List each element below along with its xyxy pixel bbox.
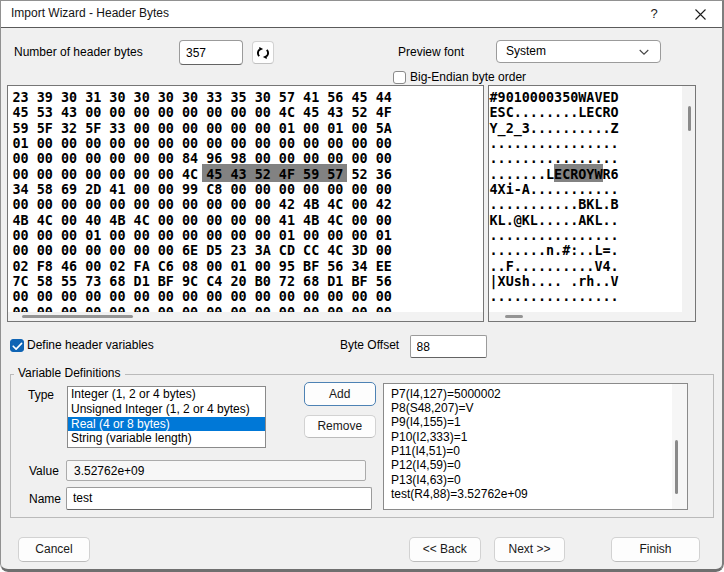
big-endian-checkbox[interactable] [393,71,406,84]
dump-row: 00 00 00 00 00 00 00 00 00 00 00 00 00 0… [13,289,484,304]
variable-definitions-title: Variable Definitions [14,366,125,380]
dump-row: 34 58 69 2D 41 00 00 99 C8 00 00 00 00 0… [13,182,484,197]
defined-variable-row[interactable]: P9(I4,155)=1 [391,415,687,429]
next-button[interactable]: Next >> [494,537,565,562]
close-icon [695,9,706,20]
dump-row: .......LECROYWR6 [490,167,695,182]
refresh-button[interactable] [252,41,274,64]
hex-dump-text: 23 39 30 31 30 30 30 30 33 35 30 57 41 5… [8,86,483,322]
dump-row: 23 39 30 31 30 30 30 30 33 35 30 57 41 5… [13,90,484,105]
num-bytes-label: Number of header bytes [14,45,143,59]
type-label: Type [28,388,54,402]
dump-row: 00 00 00 00 00 00 00 00 00 00 00 42 4B 4… [13,197,484,212]
dump-row: Y_2_3..........Z [490,121,695,136]
defined-variable-row[interactable]: P12(I4,59)=0 [391,458,687,472]
back-button[interactable]: << Back [409,537,481,562]
hex-hscrollbar[interactable] [8,312,483,322]
defined-variable-row[interactable]: P8(S48,207)=V [391,401,687,415]
add-button[interactable]: Add [304,382,377,406]
big-endian-label: Big-Endian byte order [410,70,526,84]
type-option[interactable]: Unsigned Integer (1, 2 or 4 bytes) [68,402,265,417]
dump-row: ................ [490,228,695,243]
byte-highlight: ECROYW [554,164,602,182]
dump-row: 01 00 00 00 00 00 00 00 00 00 00 00 00 0… [13,136,484,151]
dump-row: .......n.#:..L=. [490,243,695,258]
dump-row: 00 00 00 00 00 00 00 4C 45 43 52 4F 59 5… [13,167,484,182]
help-button[interactable]: ? [632,0,676,27]
preview-font-select[interactable]: System [496,40,661,63]
preview-font-value: System [506,41,546,62]
refresh-icon [256,46,270,60]
define-header-variables-label: Define header variables [27,338,154,352]
dump-row: 7C 58 55 73 68 D1 BF 9C C4 20 B0 72 68 D… [13,274,484,289]
byte-offset-label: Byte Offset [340,338,399,352]
byte-offset-input[interactable] [410,335,487,358]
remove-button[interactable]: Remove [304,415,377,438]
dump-row: 00 00 00 00 00 00 00 6E D5 23 3A CD CC 4… [13,243,484,258]
value-field: 3.52762e+09 [66,460,366,482]
defined-variable-row[interactable]: test(R4,88)=3.52762e+09 [391,487,687,501]
ascii-preview-text: #9010000350WAVEDESC........LECROY_2_3...… [489,86,695,322]
hex-hscrollbar-thumb[interactable] [22,315,133,318]
num-bytes-input[interactable] [179,40,243,65]
dump-row: KL.@KL.....AKL.. [490,213,695,228]
vars-vscrollbar[interactable] [672,384,687,509]
value-label: Value [29,464,59,478]
type-option[interactable]: Real (4 or 8 bytes) [68,417,265,432]
ascii-vscrollbar[interactable] [682,86,695,322]
dump-row: ..F..........V4. [490,259,695,274]
dump-row: 02 F8 46 00 02 FA C6 08 00 01 00 95 BF 5… [13,259,484,274]
dump-row: 4B 4C 00 40 4B 4C 00 00 00 00 00 41 4B 4… [13,213,484,228]
dump-row: 00 00 00 01 00 00 00 00 00 00 00 01 00 0… [13,228,484,243]
name-label: Name [29,492,61,506]
type-option[interactable]: String (variable length) [68,431,265,446]
type-listbox[interactable]: Integer (1, 2 or 4 bytes)Unsigned Intege… [67,386,266,448]
checkmark-icon [12,342,23,351]
ascii-hscrollbar[interactable] [489,312,695,322]
defined-variable-row[interactable]: P10(I2,333)=1 [391,430,687,444]
defined-variable-row[interactable]: P13(I4,63)=0 [391,473,687,487]
ascii-preview-panel[interactable]: #9010000350WAVEDESC........LECROY_2_3...… [488,85,696,323]
defined-variable-row[interactable]: P11(I4,51)=0 [391,444,687,458]
chevron-down-icon [639,49,649,55]
dump-row: 45 53 43 00 00 00 00 00 00 00 00 4C 45 4… [13,105,484,120]
hex-dump-panel[interactable]: 23 39 30 31 30 30 30 30 33 35 30 57 41 5… [7,85,484,323]
finish-button[interactable]: Finish [611,537,700,562]
cancel-button[interactable]: Cancel [18,537,90,562]
dump-row: 4Xi-A........... [490,182,695,197]
type-option[interactable]: Integer (1, 2 or 4 bytes) [68,387,265,402]
title-bar: Import Wizard - Header Bytes ? [0,0,724,28]
dump-row: ................ [490,136,695,151]
dump-row: 59 5F 32 5F 33 00 00 00 00 00 00 01 00 0… [13,121,484,136]
byte-highlight: 45 43 52 4F 59 57 [206,164,343,182]
ascii-vscrollbar-thumb[interactable] [688,106,691,131]
import-wizard-dialog: Import Wizard - Header Bytes ? Number of… [0,0,724,572]
dump-row: #9010000350WAVED [490,90,695,105]
defined-variables-list[interactable]: P7(I4,127)=5000002P8(S48,207)=VP9(I4,155… [383,383,688,510]
dump-row: ...........BKL.B [490,197,695,212]
close-button[interactable] [678,0,722,27]
dump-row: ................ [490,289,695,304]
vars-vscrollbar-thumb[interactable] [675,440,678,494]
ascii-hscrollbar-thumb[interactable] [505,315,523,318]
define-header-variables-checkbox[interactable] [10,339,24,353]
dump-row: ESC........LECRO [490,105,695,120]
defined-variables-rows: P7(I4,127)=5000002P8(S48,207)=VP9(I4,155… [384,387,687,502]
preview-font-label: Preview font [398,45,464,59]
name-input[interactable] [66,487,372,510]
window-title: Import Wizard - Header Bytes [11,0,169,27]
defined-variable-row[interactable]: P7(I4,127)=5000002 [391,387,687,401]
dump-row: |XUsh.... .rh..V [490,274,695,289]
